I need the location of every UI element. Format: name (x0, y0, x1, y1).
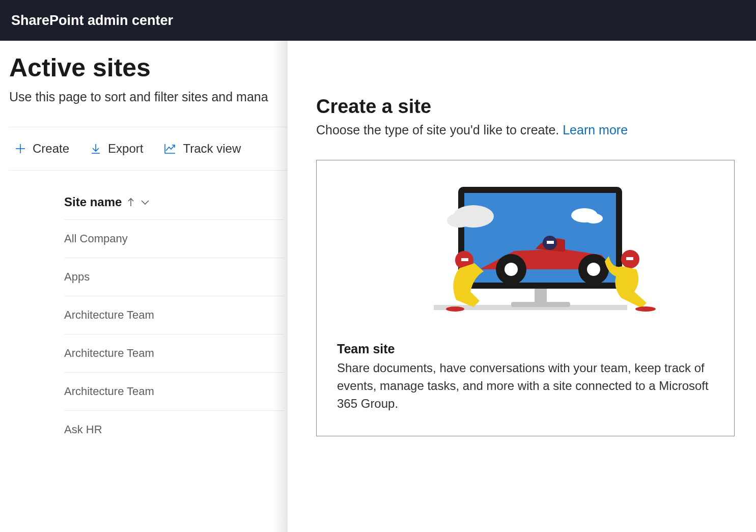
chevron-down-icon (140, 199, 150, 206)
track-view-label: Track view (183, 142, 241, 156)
panel-description: Choose the type of site you'd like to cr… (316, 123, 727, 137)
team-site-illustration-icon (383, 179, 668, 326)
app-header: SharePoint admin center (0, 0, 756, 41)
sites-table: Site name All Company Apps Architecture … (9, 186, 284, 449)
svg-rect-8 (535, 289, 547, 302)
table-row[interactable]: Apps (64, 258, 284, 296)
export-label: Export (108, 142, 143, 156)
card-description: Share documents, have conversations with… (337, 359, 714, 412)
plus-icon (14, 143, 26, 155)
svg-rect-15 (547, 241, 554, 244)
column-header-label: Site name (64, 195, 122, 209)
panel-title: Create a site (316, 96, 727, 118)
table-row[interactable]: Architecture Team (64, 296, 284, 334)
card-title: Team site (337, 342, 714, 356)
create-label: Create (33, 142, 69, 156)
app-title: SharePoint admin center (11, 13, 173, 29)
table-row[interactable]: All Company (64, 220, 284, 258)
svg-point-25 (635, 306, 656, 312)
svg-point-22 (446, 306, 464, 312)
track-view-button[interactable]: Track view (161, 141, 243, 157)
table-row[interactable]: Architecture Team (64, 373, 284, 411)
chart-arrow-icon (163, 143, 177, 155)
table-row[interactable]: Ask HR (64, 411, 284, 449)
learn-more-link[interactable]: Learn more (563, 123, 628, 137)
svg-point-11 (447, 213, 471, 228)
create-site-panel: Create a site Choose the type of site yo… (288, 41, 756, 532)
column-header-site-name[interactable]: Site name (64, 186, 284, 220)
svg-point-19 (587, 263, 600, 276)
panel-description-text: Choose the type of site you'd like to cr… (316, 123, 563, 137)
table-row[interactable]: Architecture Team (64, 334, 284, 373)
team-site-card[interactable]: Team site Share documents, have conversa… (316, 160, 735, 436)
svg-point-17 (505, 263, 518, 276)
svg-rect-9 (511, 302, 570, 307)
create-button[interactable]: Create (12, 141, 71, 157)
svg-rect-21 (461, 258, 468, 261)
download-icon (90, 143, 102, 155)
svg-point-13 (584, 213, 603, 223)
sort-ascending-icon (127, 198, 135, 207)
export-button[interactable]: Export (88, 141, 145, 157)
svg-rect-24 (626, 257, 633, 260)
